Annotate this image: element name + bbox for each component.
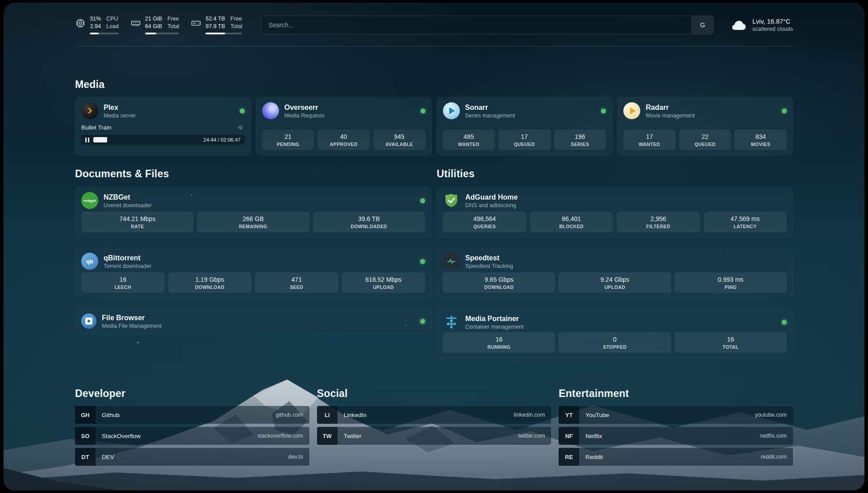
documents-stack: nzbget NZBGet Usenet downloader [75, 187, 431, 334]
search-bar: G [261, 16, 714, 34]
nzbget-icon: nzbget [81, 192, 98, 209]
speedtest-card[interactable]: Speedtest Speedtest Tracking 9.65 Gbps D… [437, 247, 793, 298]
bookmarks-entertainment: Entertainment YT YouTube youtube.com NF … [559, 388, 793, 466]
portainer-card[interactable]: Media Portainer Container management 16 … [437, 308, 793, 358]
adguard-titles: AdGuard Home DNS and adblocking [465, 193, 517, 209]
filebrowser-icon-dot [88, 320, 90, 322]
plex-card[interactable]: Plex Media server Bullet Train [75, 97, 251, 155]
nzbget-card[interactable]: nzbget NZBGet Usenet downloader [75, 187, 431, 238]
bookmarks-social: Social LI LinkedIn linkedin.com TW Twitt… [317, 388, 551, 445]
stat-box: 47.569 ms LATENCY [704, 212, 787, 232]
app-name: qBittorrent [104, 254, 151, 262]
stat-label: QUEUED [681, 142, 730, 147]
stat-box: 16 RUNNING [443, 332, 555, 353]
portainer-stats: 16 RUNNING 0 STOPPED 16 TOTAL [443, 332, 787, 353]
bookmark-github[interactable]: GH Github github.com [75, 406, 309, 424]
nzbget-stats: 744.21 Mbps RATE 266 GB REMAINING 39.6 T… [81, 212, 425, 232]
radarr-icon [623, 102, 640, 119]
stat-box: 498,564 QUERIES [443, 212, 526, 232]
app-name: Media Portainer [465, 314, 524, 323]
two-column-area: Documents & Files nzbget NZBGet Usenet d… [75, 168, 793, 358]
bookmark-name: LinkedIn [338, 412, 367, 418]
stat-box: 1.19 Gbps DOWNLOAD [168, 272, 252, 293]
status-dot [421, 109, 426, 113]
stat-box: 834 MOVIES [734, 130, 787, 150]
stat-label: DOWNLOAD [170, 284, 250, 290]
bookmark-name: StackOverflow [96, 433, 141, 439]
pause-button[interactable] [85, 138, 89, 142]
app-desc: DNS and adblocking [465, 202, 517, 209]
qbittorrent-titles: qBittorrent Torrent downloader [104, 254, 151, 269]
cpu-monitor: 31% CPU 2.94 Load [75, 15, 119, 34]
overseerr-header: Overseerr Media Requests [262, 102, 426, 119]
playback-track[interactable] [93, 137, 200, 142]
sonarr-header: Sonarr Series management [443, 102, 606, 119]
filebrowser-card[interactable]: File Browser Media File Management [75, 308, 431, 334]
sonarr-titles: Sonarr Series management [465, 103, 515, 119]
stat-box: 21 PENDING [262, 130, 314, 150]
stat-box: 2,956 FILTERED [617, 212, 700, 232]
bookmark-url: dev.to [288, 454, 309, 460]
stat-label: STOPPED [560, 344, 669, 350]
bookmark-dev[interactable]: DT DEV dev.to [75, 448, 309, 466]
now-playing-title: Bullet Train [81, 124, 112, 131]
section-title-utilities: Utilities [437, 168, 793, 180]
search-input[interactable] [261, 16, 692, 34]
app-desc: Speedtest Tracking [465, 263, 513, 269]
bookmarks-developer: Developer GH Github github.com SO StackO… [75, 388, 309, 466]
radarr-header: Radarr Movie management [623, 102, 787, 119]
bookmark-twitter[interactable]: TW Twitter twitter.com [317, 427, 551, 445]
stat-label: RUNNING [445, 344, 553, 350]
radarr-card[interactable]: Radarr Movie management 17 WANTED 2 [617, 97, 793, 155]
qbittorrent-stats: 16 LEECH 1.19 Gbps DOWNLOAD 471 SEED [81, 272, 425, 293]
memory-total-label: Total [167, 23, 179, 30]
portainer-header: Media Portainer Container management [443, 313, 787, 330]
bookmark-youtube[interactable]: YT YouTube youtube.com [559, 406, 793, 424]
stat-label: AVAILABLE [375, 142, 424, 147]
overseerr-card[interactable]: Overseerr Media Requests 21 PENDING [256, 97, 432, 155]
stat-box: 196 SERIES [554, 130, 606, 150]
plex-titles: Plex Media server [104, 103, 136, 119]
bookmark-name: Netflix [579, 433, 602, 439]
bookmark-reddit[interactable]: RE Reddit reddit.com [559, 448, 793, 466]
cpu-load-label: Load [106, 23, 119, 30]
cloud-icon [730, 19, 747, 31]
stat-label: REMAINING [199, 224, 307, 229]
overseerr-stats: 21 PENDING 40 APPROVED 945 AVAILABLE [262, 130, 426, 150]
cpu-load-value: 2.94 [90, 23, 101, 30]
ram-icon [130, 18, 141, 29]
adguard-card[interactable]: AdGuard Home DNS and adblocking 498,564 … [437, 187, 793, 238]
section-title-developer: Developer [75, 388, 309, 400]
filebrowser-header: File Browser Media File Management [81, 313, 425, 329]
search-engine-button[interactable]: G [692, 16, 713, 34]
app-desc: Media Requests [284, 113, 325, 119]
qbittorrent-icon-text: qb [86, 258, 93, 265]
qbittorrent-card[interactable]: qb qBittorrent Torrent downloader [75, 247, 431, 298]
bookmark-netflix[interactable]: NF Netflix netflix.com [559, 427, 793, 445]
settings-gear-icon[interactable] [237, 123, 245, 131]
sonarr-card[interactable]: Sonarr Series management 485 WANTED [437, 97, 613, 155]
bookmark-stackoverflow[interactable]: SO StackOverflow stackoverflow.com [75, 427, 309, 445]
memory-progress-bar [145, 33, 179, 34]
playback-progress: 24:44 / 02:06:47 [81, 135, 245, 145]
adguard-header: AdGuard Home DNS and adblocking [443, 192, 787, 209]
adguard-stats: 498,564 QUERIES 86,401 BLOCKED 2,956 FIL… [443, 212, 787, 232]
bookmark-abbr: GH [75, 406, 96, 424]
stat-value: 834 [736, 133, 785, 141]
bookmark-url: stackoverflow.com [258, 433, 309, 439]
speedtest-titles: Speedtest Speedtest Tracking [465, 254, 513, 269]
bookmark-linkedin[interactable]: LI LinkedIn linkedin.com [317, 406, 551, 424]
stat-label: APPROVED [319, 142, 368, 147]
stat-box: 40 APPROVED [317, 130, 370, 150]
sonarr-icon [443, 102, 460, 119]
stat-value: 266 GB [199, 215, 307, 223]
app-desc: Movie management [646, 113, 695, 119]
status-dot [601, 109, 606, 113]
storage-free-value: 52.4 TB [205, 15, 225, 22]
stat-label: UPLOAD [344, 284, 424, 290]
memory-total-value: 64 GiB [145, 23, 162, 30]
stat-value: 9.24 Gbps [560, 276, 669, 284]
cpu-progress-fill [90, 33, 99, 34]
bookmarks-area: Developer GH Github github.com SO StackO… [75, 388, 793, 466]
media-grid: Plex Media server Bullet Train [75, 97, 793, 155]
